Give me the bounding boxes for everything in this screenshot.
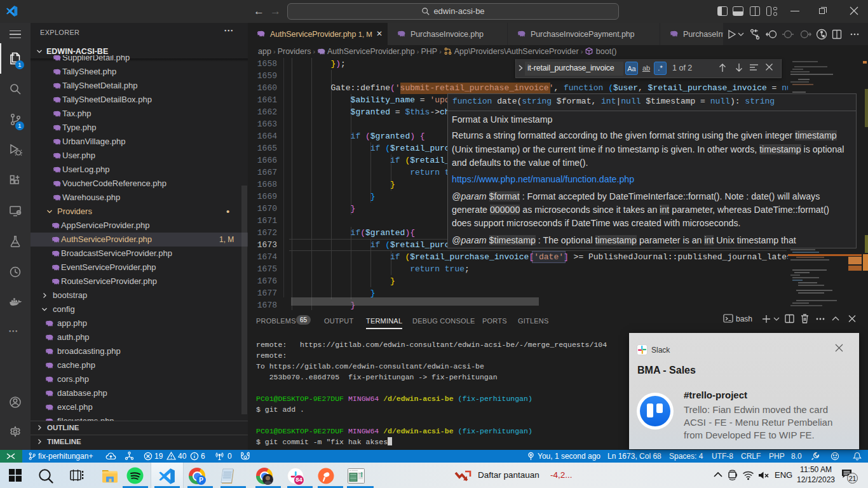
svg-text:bash: bash (736, 315, 752, 323)
